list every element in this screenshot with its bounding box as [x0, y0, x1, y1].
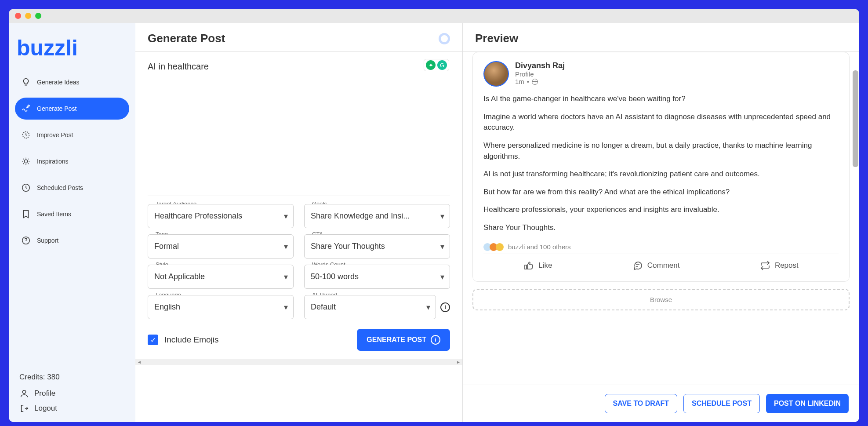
chevron-down-icon: ▾ [284, 302, 288, 312]
goals-select[interactable]: Share Knowledge and Insi... ▾ [304, 204, 450, 228]
svg-point-1 [24, 160, 27, 163]
sidebar-item-label: Scheduled Posts [37, 184, 83, 191]
sidebar-item-label: Generate Ideas [37, 79, 80, 86]
sidebar-item-saved-items[interactable]: Saved Items [15, 203, 129, 225]
clock-icon [21, 183, 31, 193]
comment-icon [632, 260, 643, 271]
post-linkedin-button[interactable]: POST ON LINKEDIN [766, 394, 849, 413]
assistant-icon[interactable]: ✦ [426, 60, 436, 70]
sparkle-bulb-icon [21, 157, 31, 166]
sidebar-item-label: Inspirations [37, 158, 69, 165]
preview-panel: Preview Divyansh Raj Profile 1 [463, 23, 859, 422]
post-author-name: Divyansh Raj [515, 61, 839, 70]
like-icon [523, 260, 534, 271]
field-wordcount: Words Count 50-100 words ▾ [304, 265, 450, 289]
field-cta: CTA Share Your Thoughts ▾ [304, 234, 450, 259]
post-paragraph: Where personalized medicine is no longer… [483, 140, 839, 162]
tone-select[interactable]: Formal ▾ [148, 234, 294, 259]
chevron-down-icon: ▾ [440, 242, 444, 251]
scroll-thumb [853, 70, 858, 167]
linkedin-post-preview: Divyansh Raj Profile 1m • Is AI the gam [472, 52, 850, 282]
info-icon[interactable]: i [440, 302, 450, 312]
reactions-text: buzzli and 100 others [508, 243, 571, 251]
close-window-dot[interactable] [15, 13, 21, 19]
checkbox-checked-icon: ✓ [148, 335, 158, 345]
logout-icon [19, 404, 29, 413]
user-icon [19, 389, 29, 398]
pencil-wave-icon [21, 104, 31, 113]
panel-title: Preview [475, 32, 518, 45]
sidebar-item-scheduled-posts[interactable]: Scheduled Posts [15, 177, 129, 199]
schedule-post-button[interactable]: SCHEDULE POST [683, 394, 760, 413]
repost-button[interactable]: Repost [760, 260, 799, 271]
topic-input[interactable] [148, 62, 450, 185]
sidebar-item-label: Support [37, 237, 58, 244]
sidebar-item-label: Saved Items [37, 211, 71, 218]
field-language: Language English ▾ [148, 295, 294, 319]
field-style: Style Not Applicable ▾ [148, 265, 294, 289]
generate-panel: Generate Post ✦ G Target Audience [135, 23, 463, 422]
style-select[interactable]: Not Applicable ▾ [148, 265, 294, 289]
post-paragraph: AI is not just transforming healthcare; … [483, 169, 839, 180]
chevron-down-icon: ▾ [440, 272, 444, 282]
topic-input-wrapper: ✦ G [135, 52, 462, 196]
generate-post-button[interactable]: GENERATE POST i [357, 329, 450, 351]
sidebar: buzzli Generate Ideas Generate Post Impr… [9, 23, 135, 422]
thread-select[interactable]: Default ▾ [304, 295, 436, 319]
sidebar-item-generate-post[interactable]: Generate Post [15, 98, 129, 120]
lightbulb-icon [21, 77, 31, 87]
loading-indicator-icon [439, 33, 450, 44]
maximize-window-dot[interactable] [35, 13, 41, 19]
sidebar-nav: Generate Ideas Generate Post Improve Pos… [15, 71, 129, 369]
help-icon [21, 236, 31, 245]
preview-scroll-area[interactable]: Divyansh Raj Profile 1m • Is AI the gam [463, 52, 859, 385]
post-paragraph: But how far are we from this reality? An… [483, 187, 839, 198]
preview-action-buttons: SAVE TO DRAFT SCHEDULE POST POST ON LINK… [463, 385, 859, 422]
app-body: buzzli Generate Ideas Generate Post Impr… [9, 23, 859, 422]
preview-header: Preview [463, 23, 859, 52]
language-select[interactable]: English ▾ [148, 295, 294, 319]
include-emojis-checkbox[interactable]: ✓ Include Emojis [148, 335, 219, 345]
app-window: buzzli Generate Ideas Generate Post Impr… [9, 9, 859, 422]
wordcount-select[interactable]: 50-100 words ▾ [304, 265, 450, 289]
svg-point-4 [22, 390, 25, 393]
info-icon: i [431, 335, 440, 345]
horizontal-scrollbar[interactable]: ◄ ► [135, 359, 462, 365]
field-audience: Target Audience Healthcare Professionals… [148, 204, 294, 228]
like-button[interactable]: Like [523, 260, 552, 271]
field-goals: Goals Share Knowledge and Insi... ▾ [304, 204, 450, 228]
vertical-scrollbar[interactable] [853, 70, 858, 185]
sidebar-item-generate-ideas[interactable]: Generate Ideas [15, 71, 129, 93]
field-thread: AI Thread Default ▾ i [304, 295, 450, 319]
reactions-row: buzzli and 100 others [483, 240, 839, 254]
audience-select[interactable]: Healthcare Professionals ▾ [148, 204, 294, 228]
save-draft-button[interactable]: SAVE TO DRAFT [605, 394, 677, 413]
minimize-window-dot[interactable] [25, 13, 31, 19]
sidebar-item-support[interactable]: Support [15, 229, 129, 251]
chevron-down-icon: ▾ [284, 272, 288, 282]
scroll-left-icon: ◄ [137, 360, 142, 364]
avatar [483, 61, 509, 87]
logout-link[interactable]: Logout [19, 404, 125, 413]
main-content: Generate Post ✦ G Target Audience [135, 23, 859, 422]
grammarly-icon[interactable]: G [437, 60, 447, 70]
scroll-right-icon: ► [456, 360, 461, 364]
browse-dropzone[interactable]: Browse [472, 289, 850, 310]
chevron-down-icon: ▾ [440, 211, 444, 221]
sidebar-footer: Credits: 380 Profile Logout [15, 369, 129, 417]
profile-link[interactable]: Profile [19, 389, 125, 398]
comment-button[interactable]: Comment [632, 260, 680, 271]
cta-select[interactable]: Share Your Thoughts ▾ [304, 234, 450, 259]
logo: buzzli [15, 28, 129, 71]
bookmark-icon [21, 209, 31, 219]
reaction-icons [483, 243, 504, 251]
sidebar-item-label: Improve Post [37, 131, 73, 138]
post-body: Is AI the game-changer in healthcare we'… [483, 94, 839, 233]
refresh-dashed-icon [21, 130, 31, 140]
sidebar-item-improve-post[interactable]: Improve Post [15, 124, 129, 146]
sidebar-item-inspirations[interactable]: Inspirations [15, 150, 129, 172]
post-meta: Divyansh Raj Profile 1m • [515, 61, 839, 87]
chevron-down-icon: ▾ [284, 211, 288, 221]
repost-icon [760, 260, 770, 271]
chevron-down-icon: ▾ [426, 302, 430, 312]
